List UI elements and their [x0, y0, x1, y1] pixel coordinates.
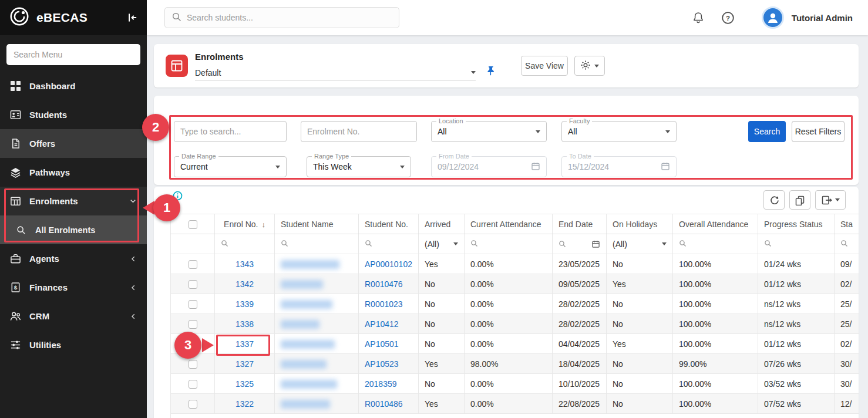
start-date-value: 02/: [840, 279, 852, 289]
help-icon[interactable]: ?: [721, 11, 735, 25]
chevron-down-icon: [400, 166, 405, 168]
column-header-progress-status[interactable]: Progress Status: [758, 214, 835, 234]
sidebar-item-dashboard[interactable]: Dashboard: [0, 72, 147, 100]
student-no-link[interactable]: AP10501: [365, 339, 399, 349]
start-date-value: 30/: [840, 379, 852, 389]
location-value: All: [438, 127, 447, 136]
row-checkbox[interactable]: [189, 300, 197, 309]
location-select[interactable]: Location All: [431, 121, 547, 142]
arrived-filter[interactable]: (All): [419, 234, 465, 254]
current-attendance-filter[interactable]: [465, 234, 553, 254]
date-range-select[interactable]: Date Range Current: [174, 156, 287, 177]
sidebar-item-students[interactable]: Students: [0, 100, 147, 129]
column-header-enrol-no[interactable]: Enrol No.↓: [215, 214, 275, 234]
progress-status-value: 01/12 wks: [764, 279, 801, 289]
view-select-value: Default: [195, 68, 221, 77]
keyword-search-input[interactable]: [174, 121, 287, 142]
export-button[interactable]: [815, 190, 846, 210]
collapse-sidebar-icon[interactable]: [126, 11, 139, 24]
save-view-button[interactable]: Save View: [521, 56, 568, 76]
copy-button[interactable]: [789, 190, 810, 210]
sidebar-item-pathways[interactable]: Pathways: [0, 158, 147, 187]
user-menu[interactable]: Tutorial Admin: [762, 6, 853, 29]
enrol-no-link[interactable]: 1342: [235, 279, 254, 289]
student-no-link[interactable]: AP10412: [365, 319, 399, 329]
faculty-select[interactable]: Faculty All: [561, 121, 677, 142]
row-checkbox[interactable]: [189, 260, 197, 269]
column-header-overall-attendance[interactable]: Overall Attendance: [673, 214, 758, 234]
avatar[interactable]: [762, 6, 784, 29]
column-header-end-date[interactable]: End Date: [553, 214, 607, 234]
enrol-no-link[interactable]: 1322: [235, 399, 254, 409]
enrol-no-link[interactable]: 1339: [235, 299, 254, 309]
column-header-start-date[interactable]: Sta: [835, 214, 859, 234]
sidebar-item-all-enrolments[interactable]: All Enrolments: [0, 215, 147, 244]
end-date-filter[interactable]: [553, 234, 607, 254]
row-checkbox[interactable]: [189, 400, 197, 409]
view-select[interactable]: Default: [195, 65, 476, 80]
brand-logo-icon: [8, 5, 31, 30]
sidebar-item-agents[interactable]: Agents: [0, 244, 147, 273]
sidebar-item-enrolments[interactable]: Enrolments: [0, 187, 147, 215]
progress-status-filter[interactable]: [758, 234, 835, 254]
on-holidays-value: No: [613, 379, 623, 389]
enrol-no-link[interactable]: 1343: [235, 259, 254, 269]
enrol-no-filter[interactable]: [215, 234, 275, 254]
student-no-link[interactable]: R0010476: [365, 279, 403, 289]
row-checkbox[interactable]: [189, 360, 197, 369]
enrol-no-link[interactable]: 1337: [235, 339, 254, 349]
to-date-field[interactable]: To Date 15/12/2024: [561, 156, 677, 177]
row-checkbox[interactable]: [189, 380, 197, 389]
current-attendance-value: 0.00%: [470, 259, 494, 269]
column-header-student-no[interactable]: Student No.: [359, 214, 419, 234]
student-no-link[interactable]: R0010486: [365, 399, 403, 409]
on-holidays-filter[interactable]: (All): [607, 234, 673, 254]
column-header-on-holidays[interactable]: On Holidays: [607, 214, 673, 234]
reset-filters-button[interactable]: Reset Filters: [792, 121, 845, 142]
topbar: ? Tutorial Admin: [147, 0, 868, 35]
menu-search-input[interactable]: [6, 44, 140, 65]
row-checkbox[interactable]: [189, 280, 197, 289]
student-search-input[interactable]: [187, 13, 392, 22]
crm-icon: [9, 311, 21, 322]
finances-icon: $: [9, 282, 21, 293]
notifications-bell-icon[interactable]: [692, 11, 705, 24]
column-header-arrived[interactable]: Arrived: [419, 214, 465, 234]
select-all-checkbox[interactable]: [189, 220, 197, 229]
end-date-value: 28/02/2025: [559, 319, 600, 329]
student-no-filter[interactable]: [359, 234, 419, 254]
row-checkbox[interactable]: [189, 320, 197, 329]
overall-attendance-filter[interactable]: [673, 234, 758, 254]
column-header-student-name[interactable]: Student Name: [275, 214, 359, 234]
view-settings-button[interactable]: [574, 56, 605, 76]
student-no-link[interactable]: 2018359: [365, 379, 397, 389]
search-button[interactable]: Search: [748, 121, 786, 142]
search-icon: [840, 240, 848, 247]
student-no-link[interactable]: AP10523: [365, 359, 399, 369]
sidebar-item-offers[interactable]: Offers: [0, 129, 147, 158]
enrol-no-link[interactable]: 1327: [235, 359, 254, 369]
student-no-link[interactable]: R0001023: [365, 299, 403, 309]
sort-desc-icon: ↓: [261, 220, 265, 229]
enrolment-no-input[interactable]: [301, 121, 417, 142]
student-name-filter[interactable]: [275, 234, 359, 254]
start-date-filter[interactable]: [835, 234, 859, 254]
from-date-field[interactable]: From Date 09/12/2024: [431, 156, 547, 177]
brand-name: eBECAS: [36, 11, 120, 25]
range-type-select[interactable]: Range Type This Week: [307, 156, 411, 177]
student-no-link[interactable]: AP00010102: [365, 259, 412, 269]
column-header-current-attendance[interactable]: Current Attendance: [465, 214, 553, 234]
pin-view-icon[interactable]: [485, 65, 496, 79]
calendar-icon: [591, 240, 600, 248]
enrol-no-link[interactable]: 1338: [235, 319, 254, 329]
from-date-value: 09/12/2024: [438, 162, 479, 171]
sidebar-item-finances[interactable]: $ Finances: [0, 273, 147, 302]
sidebar-item-utilities[interactable]: Utilities: [0, 331, 147, 359]
end-date-value: 10/10/2025: [559, 379, 600, 389]
enrol-no-link[interactable]: 1325: [235, 379, 254, 389]
search-icon: [221, 240, 228, 247]
overall-attendance-value: 100.00%: [679, 319, 711, 329]
grid-filter-row: (All) (All): [171, 234, 859, 254]
sidebar-item-crm[interactable]: CRM: [0, 302, 147, 331]
refresh-button[interactable]: [763, 190, 785, 210]
